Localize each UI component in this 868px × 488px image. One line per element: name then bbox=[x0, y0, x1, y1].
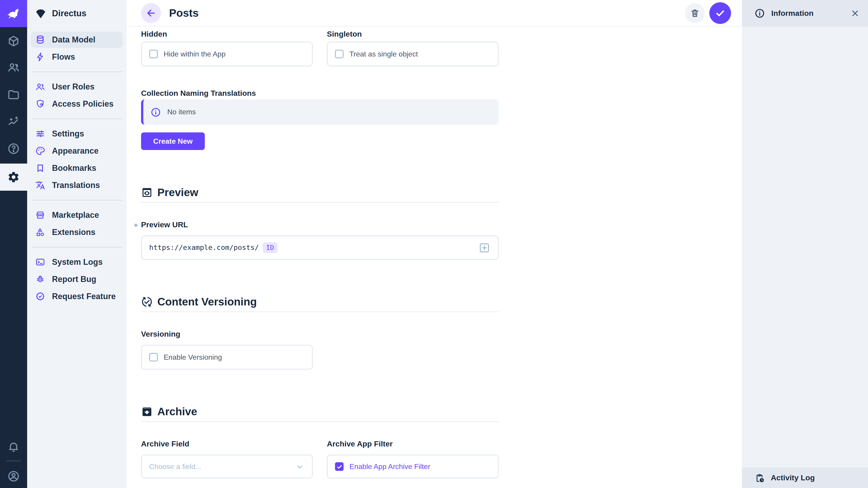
archive-filter-checkbox-field[interactable]: Enable App Archive Filter bbox=[327, 455, 499, 479]
project-header[interactable]: Directus bbox=[27, 0, 127, 27]
versioning-field-row: Enable Versioning bbox=[141, 345, 499, 369]
hidden-checkbox[interactable] bbox=[149, 50, 158, 58]
nav-item-appearance[interactable]: Appearance bbox=[31, 143, 123, 159]
module-docs-button[interactable] bbox=[0, 135, 27, 162]
gear-icon bbox=[7, 171, 20, 184]
preview-url-label: Preview URL bbox=[141, 221, 188, 229]
archive-filter-checkbox-label: Enable App Archive Filter bbox=[349, 462, 430, 470]
nav-item-label: Appearance bbox=[52, 146, 98, 156]
preview-url-label-row: Preview URL bbox=[141, 221, 499, 230]
nav-item-label: Translations bbox=[52, 181, 100, 190]
nav-divider bbox=[32, 119, 122, 119]
nav-item-flows[interactable]: Flows bbox=[31, 49, 123, 65]
preview-url-value: https://example.com/posts/ bbox=[149, 243, 259, 252]
delete-button[interactable] bbox=[685, 3, 705, 23]
preview-section-heading: Preview bbox=[141, 186, 499, 199]
check-icon bbox=[715, 7, 725, 18]
nav-item-label: Settings bbox=[52, 129, 84, 138]
terminal-icon bbox=[35, 257, 46, 267]
add-box-icon bbox=[478, 241, 491, 254]
back-button[interactable] bbox=[141, 3, 161, 23]
info-sidebar-title: Information bbox=[771, 9, 813, 18]
archive-filter-checkbox[interactable] bbox=[335, 462, 344, 471]
section-divider bbox=[141, 202, 499, 203]
nav-item-user-roles[interactable]: User Roles bbox=[31, 78, 123, 95]
module-insights-button[interactable] bbox=[0, 108, 27, 135]
account-button[interactable] bbox=[0, 463, 27, 488]
nav-divider bbox=[32, 71, 122, 72]
cube-icon bbox=[7, 35, 20, 47]
hidden-checkbox-label: Hide within the App bbox=[164, 50, 225, 58]
nav-item-label: Bookmarks bbox=[52, 163, 96, 173]
info-icon bbox=[151, 107, 161, 117]
form-row-fields: Hide within the App Treat as single obje… bbox=[141, 41, 499, 66]
archive-field-select[interactable]: Choose a field... bbox=[141, 455, 313, 479]
bookmark-icon bbox=[35, 163, 46, 173]
nav-item-access-policies[interactable]: Access Policies bbox=[31, 96, 123, 112]
versioning-section-title: Content Versioning bbox=[157, 295, 257, 308]
folder-icon bbox=[7, 88, 20, 101]
hidden-field-label: Hidden bbox=[141, 30, 313, 39]
trash-icon bbox=[690, 8, 700, 18]
hidden-checkbox-field[interactable]: Hide within the App bbox=[141, 41, 313, 66]
nav-item-report-bug[interactable]: Report Bug bbox=[31, 271, 123, 287]
nav-item-data-model[interactable]: Data Model bbox=[31, 32, 123, 48]
account-circle-icon bbox=[7, 470, 20, 483]
settings-nav-list: Data Model Flows User Roles bbox=[27, 27, 127, 304]
module-settings-button[interactable] bbox=[0, 164, 27, 191]
id-field-chip[interactable]: ID bbox=[262, 242, 278, 253]
project-fan-icon bbox=[35, 8, 46, 20]
preview-icon bbox=[141, 187, 153, 198]
main-content: Posts Hidden Singleton bbox=[127, 0, 742, 488]
info-sidebar: Information Activity Log bbox=[742, 0, 868, 488]
versioning-section-heading: Content Versioning bbox=[141, 295, 499, 308]
nav-item-bookmarks[interactable]: Bookmarks bbox=[31, 160, 123, 176]
module-bar-divider bbox=[6, 460, 21, 461]
nav-item-label: System Logs bbox=[52, 257, 103, 267]
storefront-icon bbox=[35, 210, 46, 221]
shield-user-icon bbox=[35, 98, 46, 109]
settings-nav-sidebar: Directus Data Model bbox=[27, 0, 127, 488]
rabbit-logo-icon bbox=[6, 6, 21, 21]
help-icon bbox=[7, 142, 20, 155]
insights-icon bbox=[7, 115, 20, 128]
chevron-down-icon bbox=[295, 462, 305, 471]
archive-field-placeholder: Choose a field... bbox=[149, 462, 202, 470]
singleton-checkbox[interactable] bbox=[335, 50, 344, 58]
module-files-button[interactable] bbox=[0, 81, 27, 108]
nav-item-translations[interactable]: Translations bbox=[31, 177, 123, 193]
versioning-label: Versioning bbox=[141, 330, 499, 339]
nav-item-label: Request Feature bbox=[52, 292, 116, 301]
activity-log-button[interactable]: Activity Log bbox=[742, 468, 868, 488]
archive-fields-row: Choose a field... Enable App Archive Fil… bbox=[141, 455, 499, 479]
project-name: Directus bbox=[52, 8, 86, 19]
module-users-button[interactable] bbox=[0, 54, 27, 81]
nav-item-system-logs[interactable]: System Logs bbox=[31, 254, 123, 270]
singleton-checkbox-field[interactable]: Treat as single object bbox=[327, 41, 499, 66]
preview-url-input[interactable]: https://example.com/posts/ ID bbox=[141, 235, 499, 260]
directus-logo[interactable] bbox=[0, 0, 27, 27]
close-icon bbox=[850, 8, 860, 18]
nav-item-settings[interactable]: Settings bbox=[31, 126, 123, 142]
close-sidebar-button[interactable] bbox=[850, 8, 860, 18]
nav-item-extensions[interactable]: Extensions bbox=[31, 224, 123, 240]
save-button[interactable] bbox=[709, 2, 731, 24]
page-header: Posts bbox=[127, 0, 742, 27]
singleton-field-label: Singleton bbox=[327, 30, 499, 39]
info-icon bbox=[754, 8, 765, 19]
nav-item-label: Report Bug bbox=[52, 274, 96, 284]
create-new-button[interactable]: Create New bbox=[141, 132, 205, 150]
notifications-button[interactable] bbox=[0, 433, 27, 460]
nav-item-marketplace[interactable]: Marketplace bbox=[31, 207, 123, 223]
add-field-button[interactable] bbox=[478, 241, 491, 254]
preview-section-title: Preview bbox=[157, 186, 198, 199]
edited-dot bbox=[134, 224, 137, 227]
versioning-checkbox[interactable] bbox=[149, 353, 158, 361]
archive-section-title: Archive bbox=[157, 405, 197, 418]
user-roles-icon bbox=[35, 81, 46, 92]
module-content-button[interactable] bbox=[0, 28, 27, 55]
section-divider bbox=[141, 311, 499, 312]
versioning-checkbox-field[interactable]: Enable Versioning bbox=[141, 345, 313, 369]
module-bar bbox=[0, 0, 27, 488]
nav-item-request-feature[interactable]: Request Feature bbox=[31, 288, 123, 304]
